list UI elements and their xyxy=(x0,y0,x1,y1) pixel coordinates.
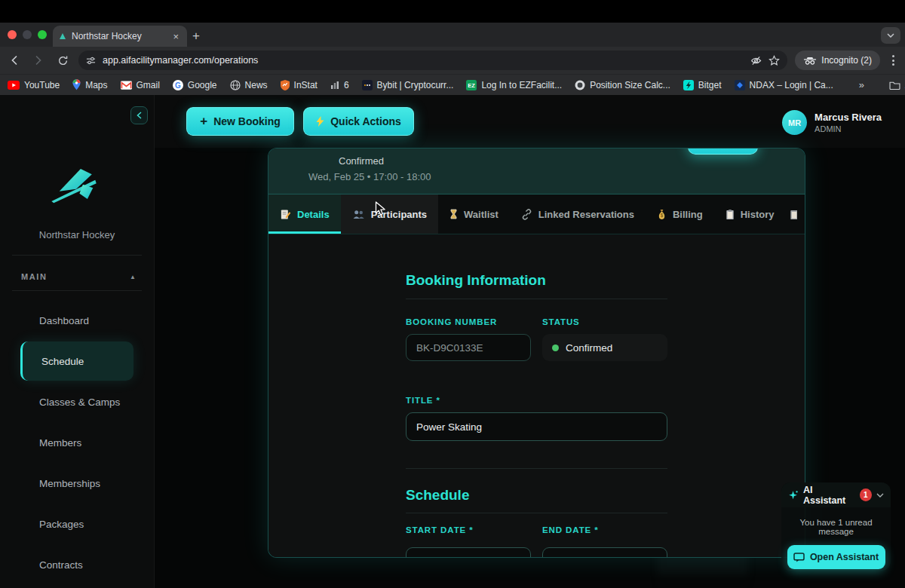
incognito-badge[interactable]: Incognito (2) xyxy=(795,51,880,70)
section-collapse-icon[interactable]: ▲ xyxy=(130,274,136,280)
svg-text:EZ: EZ xyxy=(468,82,476,89)
end-date-input[interactable] xyxy=(542,547,667,558)
news-globe-icon xyxy=(230,80,241,90)
reload-icon[interactable] xyxy=(54,55,71,66)
user-menu[interactable]: MR Marcus Rivera ADMIN xyxy=(782,110,882,135)
sidebar-item-packages[interactable]: Packages xyxy=(0,504,154,544)
sidebar-nav: Dashboard Schedule Classes & Camps Membe… xyxy=(0,300,154,585)
zoom-window-button[interactable] xyxy=(38,30,47,39)
eye-off-icon[interactable] xyxy=(750,55,762,66)
booking-number-input[interactable] xyxy=(406,334,531,361)
end-date-label: END DATE * xyxy=(542,525,667,534)
bookmark-ezfacility[interactable]: EZ Log In to EZFacilit... xyxy=(466,80,562,90)
browser-menu-icon[interactable] xyxy=(888,55,899,66)
booking-modal: Confirmed Wed, Feb 25 • 17:00 - 18:00 De… xyxy=(268,148,805,558)
bookmark-star-icon[interactable] xyxy=(768,55,780,66)
sidebar-item-classes-camps[interactable]: Classes & Camps xyxy=(0,381,154,422)
chat-bubble-icon xyxy=(793,553,805,562)
mouse-cursor xyxy=(375,201,388,216)
bookmark-bybit[interactable]: Bybit | Cryptocurr... xyxy=(362,80,454,90)
close-window-button[interactable] xyxy=(8,30,17,39)
tab-details[interactable]: Details xyxy=(268,194,341,234)
people-icon xyxy=(352,210,365,219)
site-favicon xyxy=(59,32,66,40)
bookmark-google[interactable]: G Google xyxy=(173,80,217,90)
screen: Northstar Hockey × + app.aifacilitymanag… xyxy=(0,0,905,588)
tab-billing[interactable]: $ Billing xyxy=(646,194,714,234)
svg-text:$: $ xyxy=(661,213,664,219)
booking-information-heading: Booking Information xyxy=(406,234,667,289)
bookmark-maps[interactable]: Maps xyxy=(72,79,107,90)
lightning-icon xyxy=(316,116,324,127)
bookmark-instat[interactable]: InStat xyxy=(281,80,318,90)
new-tab-button[interactable]: + xyxy=(192,29,200,44)
chevron-down-icon[interactable] xyxy=(876,493,884,498)
bookmark-ndax[interactable]: NDAX – Login | Ca... xyxy=(735,80,833,90)
title-input[interactable] xyxy=(406,412,667,441)
schedule-heading: Schedule xyxy=(406,487,667,504)
tab-participants[interactable]: Participants xyxy=(341,194,438,234)
bookmark-position-size[interactable]: Position Size Calc... xyxy=(575,80,670,90)
sidebar-item-members[interactable]: Members xyxy=(0,422,154,463)
start-date-input[interactable] xyxy=(406,547,531,558)
moneybag-icon: $ xyxy=(657,209,667,220)
bookmark-youtube[interactable]: YouTube xyxy=(8,80,60,90)
tab-title: Northstar Hockey xyxy=(72,31,165,41)
quick-actions-button[interactable]: Quick Actions xyxy=(303,107,414,136)
clipboard-icon xyxy=(790,209,797,220)
tab-history[interactable]: History xyxy=(714,194,786,234)
tab-search-chevron-icon[interactable] xyxy=(881,27,900,44)
minimize-window-button[interactable] xyxy=(23,30,32,39)
tab-linked-reservations[interactable]: Linked Reservations xyxy=(510,194,646,234)
section-divider xyxy=(406,468,667,469)
sidebar-section-label: MAIN xyxy=(21,272,48,281)
section-divider xyxy=(406,299,667,299)
window-controls[interactable] xyxy=(8,30,47,39)
browser-tab[interactable]: Northstar Hockey × xyxy=(53,26,187,47)
folder-icon xyxy=(889,81,900,90)
url-text[interactable]: app.aifacilitymanager.com/operations xyxy=(103,55,744,66)
sparkles-icon xyxy=(788,490,799,501)
bookmark-six[interactable]: 6 xyxy=(330,80,349,90)
sidebar: Northstar Hockey MAIN ▲ Dashboard Schedu… xyxy=(0,95,155,588)
status-value: Confirmed xyxy=(542,334,667,361)
bookmark-bitget[interactable]: Bitget xyxy=(683,80,722,90)
sidebar-item-memberships[interactable]: Memberships xyxy=(0,463,154,504)
tab-strip: Northstar Hockey × + xyxy=(0,23,905,47)
tab-waitlist[interactable]: Waitlist xyxy=(438,194,510,234)
sidebar-item-contracts[interactable]: Contracts xyxy=(0,544,154,585)
bookmark-gmail[interactable]: Gmail xyxy=(121,80,160,90)
sidebar-collapse-button[interactable] xyxy=(130,106,148,124)
tab-close-icon[interactable]: × xyxy=(170,31,181,42)
booking-status-text: Confirmed xyxy=(339,155,384,167)
new-booking-button[interactable]: + New Booking xyxy=(186,107,294,136)
ai-assistant-header[interactable]: AI Assistant 1 xyxy=(781,482,891,507)
mac-menubar xyxy=(0,0,905,23)
bookmark-news[interactable]: News xyxy=(230,80,268,90)
tab-overflow-partial[interactable] xyxy=(785,194,797,234)
start-date-label: START DATE * xyxy=(406,525,531,534)
app-topbar: + New Booking Quick Actions MR Marcus Ri… xyxy=(155,95,905,148)
org-logo xyxy=(48,164,105,204)
maps-icon xyxy=(72,79,81,90)
address-bar[interactable]: app.aifacilitymanager.com/operations xyxy=(78,51,787,70)
modal-action-button[interactable] xyxy=(688,148,758,155)
forward-icon[interactable] xyxy=(30,54,47,66)
calculator-icon xyxy=(575,80,585,90)
sidebar-item-schedule[interactable]: Schedule xyxy=(20,341,133,381)
instat-shield-icon xyxy=(281,80,290,90)
user-name: Marcus Rivera xyxy=(814,112,882,123)
all-bookmarks-button[interactable]: All Bookmarks xyxy=(889,80,905,90)
sidebar-item-dashboard[interactable]: Dashboard xyxy=(0,300,154,341)
user-role: ADMIN xyxy=(814,124,882,133)
memo-icon xyxy=(280,209,291,220)
clipboard-icon xyxy=(726,209,735,220)
incognito-label: Incognito (2) xyxy=(821,55,872,66)
bookmarks-overflow-icon[interactable]: » xyxy=(859,79,864,90)
back-icon[interactable] xyxy=(6,54,23,66)
ai-assistant-widget: AI Assistant 1 You have 1 unread message… xyxy=(781,482,891,571)
open-assistant-button[interactable]: Open Assistant xyxy=(787,545,885,569)
svg-text:G: G xyxy=(175,81,181,89)
site-settings-icon[interactable] xyxy=(86,56,96,66)
unread-message-text: You have 1 unread message xyxy=(781,518,891,536)
